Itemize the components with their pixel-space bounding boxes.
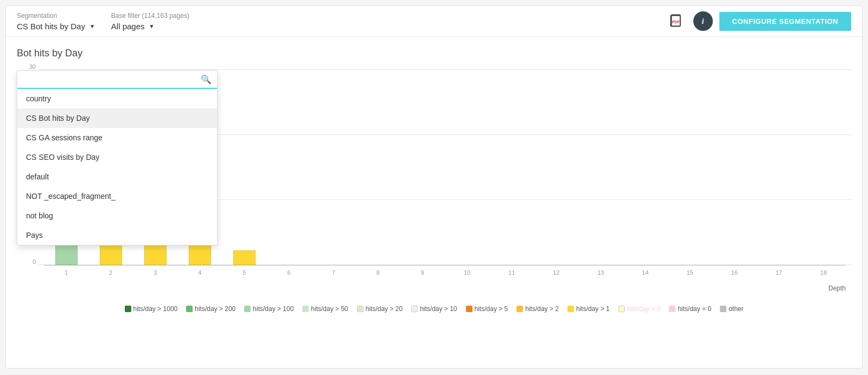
x-label-9: 9 [400, 269, 445, 276]
legend-item: hits/day > 2 [516, 305, 559, 313]
bar-group-5 [222, 70, 266, 265]
legend-item-label: hits/day > 200 [195, 305, 235, 313]
legend-color-dot [411, 306, 418, 312]
y-label-30: 30 [17, 63, 36, 70]
x-label-7: 7 [311, 269, 356, 276]
legend-item-label: hits/day > 2 [525, 305, 559, 313]
legend-item: hits/day > 1000 [125, 305, 178, 313]
legend-item: hits/day > 50 [302, 305, 348, 313]
legend-item: hits/day > 200 [186, 305, 235, 313]
svg-text:PDF: PDF [672, 20, 680, 24]
search-icon: 🔍 [201, 74, 212, 85]
dropdown-item-pays[interactable]: Pays [17, 225, 217, 245]
legend-item: hits/day > 5 [466, 305, 508, 313]
legend-item: hits/day > 10 [411, 305, 457, 313]
x-label-10: 10 [445, 269, 489, 276]
bar-group-18 [801, 70, 846, 265]
legend-item: hits/day > 0 [618, 305, 661, 313]
configure-segmentation-button[interactable]: CONFIGURE SEGMENTATION [719, 12, 851, 31]
legend-color-dot [567, 306, 574, 312]
dropdown-item-cs-seo[interactable]: CS SEO visits by Day [17, 147, 217, 167]
legend-color-dot [302, 306, 309, 312]
bar-group-17 [757, 70, 801, 265]
legend-color-dot [357, 306, 363, 312]
legend-item: hits/day > 20 [357, 305, 403, 313]
legend-item-label: hits/day > 100 [253, 305, 293, 313]
x-axis: 123456789101112131415161718 [44, 269, 846, 276]
bar-group-14 [623, 70, 667, 265]
content-area: Bot hits by Day 🔍 country CS Bot hits by… [6, 37, 862, 361]
dropdown-item-not-blog[interactable]: not blog [17, 206, 217, 225]
legend-item-label: hits/day > 50 [311, 305, 348, 313]
legend-item-label: hits/day > 1 [576, 305, 610, 313]
dropdown-search-row: 🔍 [17, 71, 217, 89]
legend-item-label: hits/day > 20 [366, 305, 403, 313]
legend-color-dot [669, 306, 675, 312]
x-label-8: 8 [356, 269, 400, 276]
info-button[interactable]: i [693, 11, 713, 31]
legend-color-dot [618, 306, 625, 312]
x-label-3: 3 [133, 269, 177, 276]
legend-item-label: hits/day > 10 [420, 305, 457, 313]
dropdown-item-cs-ga[interactable]: CS GA sessions range [17, 128, 217, 147]
dropdown-item-default[interactable]: default [17, 167, 217, 186]
legend-color-dot [466, 306, 473, 312]
bar-group-12 [534, 70, 578, 265]
legend-item: other [720, 305, 743, 313]
legend-item: hits/day > 100 [244, 305, 293, 313]
segmentation-arrow-icon: ▼ [90, 23, 95, 29]
y-label-0: 0 [17, 258, 36, 265]
dropdown-item-cs-bot[interactable]: CS Bot hits by Day [17, 108, 217, 128]
bar-group-6 [267, 70, 311, 265]
info-icon: i [702, 17, 704, 26]
bar-group-10 [445, 70, 489, 265]
depth-label: Depth [828, 285, 846, 292]
base-filter-dropdown[interactable]: All pages ▼ [111, 22, 220, 31]
legend-item: hits/day > 1 [567, 305, 610, 313]
x-label-18: 18 [801, 269, 846, 276]
toolbar-right: PDF i CONFIGURE SEGMENTATION [667, 11, 851, 31]
base-filter-label: Base filter (114,163 pages) [111, 12, 220, 20]
legend-color-dot [516, 306, 523, 312]
bar-segment-5 [233, 250, 256, 265]
pdf-icon: PDF [669, 14, 685, 29]
legend-item: hits/day = 0 [669, 305, 711, 313]
pdf-button[interactable]: PDF [667, 11, 687, 31]
legend-color-dot [125, 306, 131, 312]
x-label-13: 13 [578, 269, 623, 276]
legend-item-label: hits/day = 0 [678, 305, 711, 313]
legend-item-label: hits/day > 0 [627, 305, 661, 313]
chart-title: Bot hits by Day [17, 48, 851, 59]
x-label-16: 16 [712, 269, 757, 276]
bar-group-15 [668, 70, 712, 265]
legend-item-label: other [729, 305, 743, 313]
x-label-5: 5 [222, 269, 266, 276]
base-filter-arrow-icon: ▼ [149, 23, 155, 29]
dropdown-item-country[interactable]: country [17, 89, 217, 108]
legend-item-label: hits/day > 5 [475, 305, 508, 313]
bar-baseline [44, 265, 846, 266]
segmentation-dropdown-menu: 🔍 country CS Bot hits by Day CS GA sessi… [17, 70, 218, 245]
bar-group-8 [356, 70, 400, 265]
x-label-17: 17 [757, 269, 801, 276]
x-label-15: 15 [668, 269, 712, 276]
x-label-12: 12 [534, 269, 578, 276]
bar-group-11 [489, 70, 534, 265]
base-filter-section: Base filter (114,163 pages) All pages ▼ [111, 12, 220, 31]
x-label-14: 14 [623, 269, 667, 276]
x-label-1: 1 [44, 269, 88, 276]
dropdown-search-input[interactable] [23, 75, 197, 84]
legend-color-dot [244, 306, 251, 312]
legend: hits/day > 1000hits/day > 200hits/day > … [17, 300, 851, 318]
main-container: Segmentation CS Bot hits by Day ▼ Base f… [5, 5, 863, 368]
segmentation-dropdown-btn[interactable]: CS Bot hits by Day ▼ [17, 22, 95, 31]
legend-color-dot [720, 306, 726, 312]
dropdown-item-not-escaped[interactable]: NOT _escaped_fragment_ [17, 186, 217, 206]
x-label-11: 11 [489, 269, 534, 276]
bar-group-16 [712, 70, 757, 265]
base-filter-value: All pages [111, 22, 145, 31]
bar-group-9 [400, 70, 445, 265]
bar-group-13 [578, 70, 623, 265]
segmentation-value: CS Bot hits by Day [17, 22, 85, 31]
legend-item-label: hits/day > 1000 [133, 305, 178, 313]
